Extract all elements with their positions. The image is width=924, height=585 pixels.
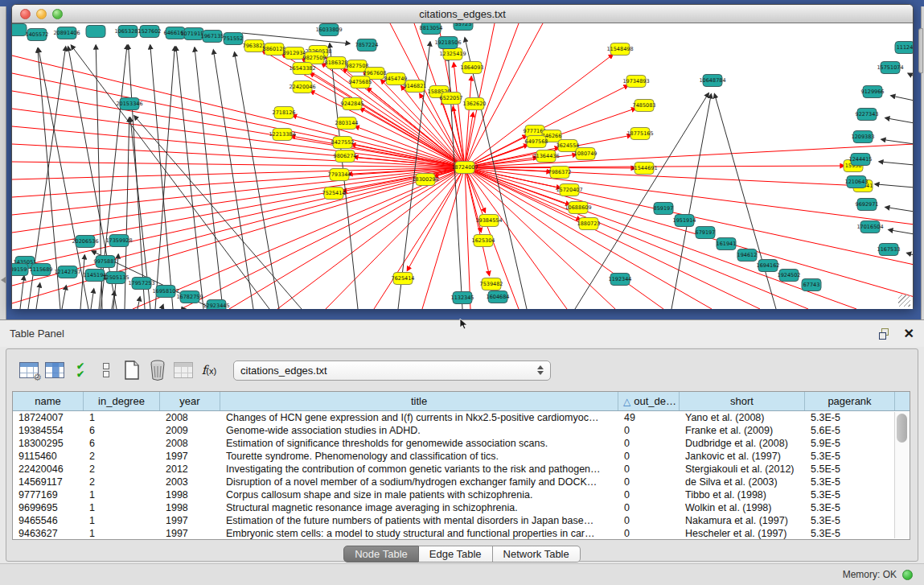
graph-node[interactable]: 67743 bbox=[802, 279, 821, 291]
graph-node[interactable]: 1244415 bbox=[849, 154, 873, 166]
graph-node[interactable]: 8186328 bbox=[325, 57, 348, 69]
graph-node[interactable]: 7485083 bbox=[633, 100, 656, 112]
panel-collapse-grip[interactable] bbox=[1, 277, 6, 283]
graph-node[interactable]: 1951914 bbox=[673, 215, 696, 227]
graph-node[interactable]: 12923445 bbox=[203, 300, 229, 310]
graph-node[interactable]: 20153346 bbox=[116, 98, 142, 110]
table-scrollbar[interactable] bbox=[894, 412, 910, 538]
table-row[interactable]: 2242004622012Investigating the contribut… bbox=[13, 463, 910, 476]
graph-node[interactable]: 1625304 bbox=[472, 235, 495, 247]
column-header-out_de[interactable]: △out_de… bbox=[618, 392, 680, 410]
zoom-window-button[interactable] bbox=[52, 9, 63, 19]
graph-node[interactable]: 16782759 bbox=[176, 291, 203, 303]
graph-node[interactable]: 2718126 bbox=[273, 107, 296, 119]
graph-node[interactable]: 12325419 bbox=[439, 48, 466, 60]
graph-node[interactable]: 1694162 bbox=[757, 260, 780, 272]
graph-node[interactable]: 1209383 bbox=[852, 131, 875, 143]
graph-node[interactable]: 1115689 bbox=[30, 264, 53, 276]
graph-node[interactable]: 10688609 bbox=[565, 202, 591, 214]
graph-node[interactable]: 17359928 bbox=[105, 235, 132, 247]
graph-node[interactable]: 7857224 bbox=[355, 39, 379, 51]
collapsed-panel-tab[interactable] bbox=[918, 28, 923, 73]
table-row[interactable]: 977716911998Corpus callosum shape and si… bbox=[13, 488, 910, 501]
table-settings-icon[interactable]: ⚙ bbox=[16, 358, 42, 382]
unselect-all-icon[interactable] bbox=[93, 358, 119, 382]
graph-node[interactable]: 15720407 bbox=[556, 184, 582, 196]
table-row[interactable]: 1872400712008Changes of HCN gene express… bbox=[13, 411, 910, 424]
graph-node[interactable]: 9227343 bbox=[856, 109, 879, 121]
graph-node[interactable]: 7986372 bbox=[548, 167, 572, 179]
graph-node[interactable]: 17016504 bbox=[856, 221, 883, 233]
graph-node[interactable]: 19384554 bbox=[475, 215, 502, 227]
graph-node[interactable]: 9146821 bbox=[404, 80, 427, 93]
graph-node[interactable]: 10648784 bbox=[699, 75, 725, 87]
graph-node[interactable]: 7539482 bbox=[480, 278, 503, 290]
graph-node[interactable]: 1167533 bbox=[877, 244, 901, 256]
graph-node[interactable]: 19734893 bbox=[622, 76, 649, 88]
close-window-button[interactable] bbox=[20, 9, 31, 19]
graph-node[interactable]: 7793344 bbox=[328, 169, 351, 181]
new-table-icon[interactable] bbox=[119, 358, 145, 382]
graph-node[interactable]: 859197 bbox=[654, 203, 674, 215]
table-row[interactable]: 1456911722003Disruption of a novel membe… bbox=[13, 476, 910, 488]
column-header-in_degree[interactable]: in_degree bbox=[84, 392, 160, 410]
column-header-name[interactable]: name bbox=[13, 392, 84, 410]
float-panel-icon[interactable] bbox=[878, 328, 891, 340]
graph-node[interactable] bbox=[86, 26, 105, 38]
graph-node[interactable]: 20206536 bbox=[72, 236, 98, 248]
tab-node-table[interactable]: Node Table bbox=[343, 546, 419, 562]
graph-node[interactable]: 679197 bbox=[696, 227, 716, 239]
graph-node[interactable]: 1604684 bbox=[487, 291, 510, 303]
graph-node[interactable]: 1132345 bbox=[451, 292, 474, 304]
table-row[interactable]: 946554611997Estimation of the future num… bbox=[13, 514, 910, 527]
graph-node[interactable]: 18724007 bbox=[451, 162, 478, 174]
graph-node[interactable]: 12213384 bbox=[269, 129, 295, 141]
table-row[interactable]: 1938455462009Genome-wide association stu… bbox=[13, 424, 910, 437]
graph-node[interactable] bbox=[12, 24, 27, 36]
graph-node[interactable]: 1080749 bbox=[574, 148, 598, 160]
graph-node[interactable]: 1967135 bbox=[201, 31, 224, 43]
graph-node[interactable]: 9242845 bbox=[341, 98, 364, 110]
column-header-short[interactable]: short bbox=[680, 392, 805, 410]
graph-node[interactable]: 751552 bbox=[224, 33, 244, 45]
graph-node[interactable]: 12505135 bbox=[102, 272, 129, 284]
graph-node[interactable]: 17957253 bbox=[128, 278, 154, 290]
table-row[interactable]: 1830029562008Estimation of significance … bbox=[13, 437, 910, 450]
graph-node[interactable]: 1405572 bbox=[26, 29, 49, 41]
select-all-icon[interactable]: ✔✔ bbox=[68, 358, 93, 382]
graph-node[interactable]: 2803144 bbox=[335, 117, 359, 130]
table-row[interactable]: 911546021997Tourette syndrome. Phenomeno… bbox=[13, 450, 910, 463]
graph-node[interactable]: 9129966 bbox=[861, 86, 885, 98]
graph-node[interactable]: 161941 bbox=[717, 238, 737, 250]
function-builder-icon[interactable]: f(x) bbox=[196, 358, 222, 382]
graph-node[interactable]: 55723 bbox=[454, 23, 473, 31]
scrollbar-thumb[interactable] bbox=[897, 414, 907, 443]
graph-node[interactable]: 1362620 bbox=[463, 98, 487, 110]
graph-node[interactable]: 18775165 bbox=[626, 128, 653, 140]
graph-node[interactable]: 1210643 bbox=[845, 176, 869, 188]
delete-table-icon[interactable] bbox=[145, 358, 170, 382]
graph-node[interactable]: 19218506 bbox=[434, 37, 461, 49]
tab-edge-table[interactable]: Edge Table bbox=[419, 546, 493, 562]
window-titlebar[interactable]: citations_edges.txt bbox=[12, 5, 913, 23]
graph-node[interactable]: 1527602 bbox=[138, 26, 162, 38]
graph-node[interactable]: 11548498 bbox=[606, 43, 633, 56]
table-row[interactable]: 969969511998Structural magnetic resonanc… bbox=[13, 501, 910, 514]
graph-node[interactable]: 16033809 bbox=[315, 24, 342, 36]
graph-node[interactable]: 16958107 bbox=[152, 286, 179, 298]
graph-node[interactable]: 1880723 bbox=[577, 218, 601, 230]
column-header-year[interactable]: year bbox=[160, 392, 220, 410]
table-row[interactable]: 946362711997Embryonic stem cells: a mode… bbox=[13, 527, 910, 539]
graph-node[interactable]: 6497568 bbox=[525, 136, 548, 148]
graph-node[interactable]: 7625414 bbox=[392, 273, 415, 285]
table-selector-dropdown[interactable]: citations_edges.txt bbox=[233, 360, 551, 381]
show-columns-icon[interactable] bbox=[42, 358, 68, 382]
graph-node[interactable]: 9975887 bbox=[94, 256, 117, 268]
graph-node[interactable]: 1924502 bbox=[778, 270, 801, 282]
window-resize-grip[interactable] bbox=[898, 295, 910, 307]
graph-node[interactable]: 194612 bbox=[737, 249, 758, 262]
graph-node[interactable]: 9692971 bbox=[856, 199, 879, 211]
graph-node[interactable]: 11124 bbox=[895, 42, 913, 54]
graph-node[interactable]: 9475685 bbox=[349, 76, 372, 89]
column-header-pagerank[interactable]: pagerank bbox=[805, 392, 895, 410]
